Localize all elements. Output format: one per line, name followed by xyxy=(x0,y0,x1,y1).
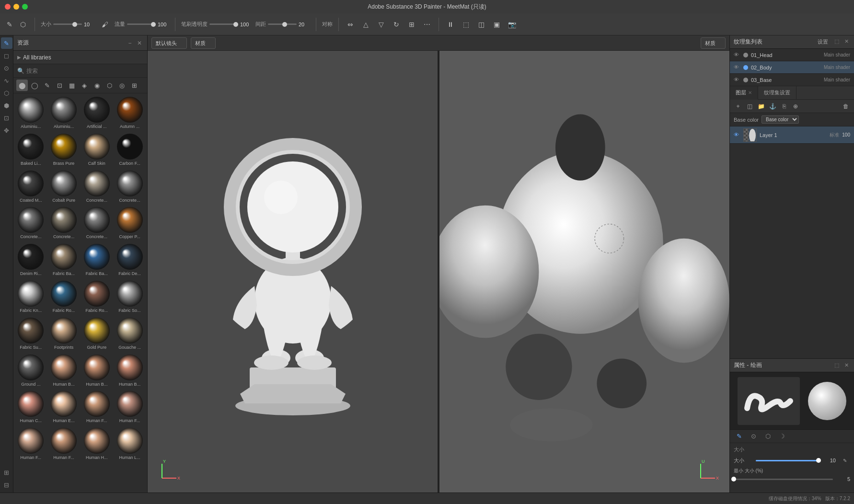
layer-eye-icon[interactable]: 👁 xyxy=(734,132,740,138)
material-item-ground[interactable]: Ground ... xyxy=(15,353,46,388)
material-item-fabric3[interactable]: Fabric De... xyxy=(114,242,145,277)
texture-eye-icon-2[interactable]: 👁 xyxy=(734,77,740,83)
paint-tool-btn[interactable]: ⬡ xyxy=(17,19,29,30)
sidebar-minimize-btn[interactable]: − xyxy=(126,39,134,47)
material-item-coated[interactable]: Coated M... xyxy=(15,169,46,204)
delete-layer-btn[interactable]: 🗑 xyxy=(841,101,851,112)
viewport-left[interactable]: X Y xyxy=(148,51,438,493)
brush-size-prop-slider[interactable] xyxy=(756,460,819,461)
material-item-concrete4[interactable]: Concrete... xyxy=(48,206,80,241)
material-item-fabric[interactable]: Fabric Ba... xyxy=(48,242,80,277)
align-icon-btn[interactable]: △ xyxy=(360,19,371,30)
material-item-fabricknit[interactable]: Fabric Kn... xyxy=(15,279,46,314)
sidebar-close-btn[interactable]: ✕ xyxy=(136,39,143,47)
material-item-metal[interactable]: Aluminiu... xyxy=(15,95,46,130)
props-close-btn[interactable]: ✕ xyxy=(842,362,850,369)
tab-layers-close[interactable]: ✕ xyxy=(748,90,752,95)
brush-size-slider[interactable] xyxy=(53,23,82,25)
texture-item-0[interactable]: 👁01_HeadMain shader xyxy=(730,49,854,61)
eraser-tool[interactable]: ◻ xyxy=(1,50,12,61)
brush-tool-btn[interactable]: ✎ xyxy=(4,19,15,30)
filter-grid-btn[interactable]: ⊞ xyxy=(128,80,140,91)
add-anchor-btn[interactable]: ⚓ xyxy=(767,101,778,112)
material-item-humanh[interactable]: Human H... xyxy=(81,426,113,461)
layer-opacity-value[interactable]: 100 xyxy=(842,132,850,137)
brush-size-edit-btn[interactable]: ✎ xyxy=(840,455,850,466)
duplicate-layer-btn[interactable]: ⎘ xyxy=(779,101,789,112)
material-item-gouache[interactable]: Gouache ... xyxy=(114,316,145,351)
tab-layers[interactable]: 图层 ✕ xyxy=(730,86,758,100)
history-btn[interactable]: ⊟ xyxy=(1,479,12,491)
props-tab-square[interactable]: ⬡ xyxy=(762,431,773,442)
camera-btn[interactable]: 📷 xyxy=(506,19,518,30)
more-icon-btn[interactable]: ⋯ xyxy=(421,19,433,30)
material-item-leaf[interactable]: Autumn ... xyxy=(114,95,145,130)
props-expand-btn[interactable]: ⬚ xyxy=(833,362,841,369)
material-item-humanf3[interactable]: Human F... xyxy=(15,426,46,461)
fill-tool[interactable]: ⬡ xyxy=(1,87,12,99)
filter-smart-btn[interactable]: ◯ xyxy=(29,80,40,91)
material-item-fabricro[interactable]: Fabric Ro... xyxy=(48,279,80,314)
merge-layer-btn[interactable]: ⊕ xyxy=(790,101,801,112)
filter-all-btn[interactable]: ⬤ xyxy=(16,80,28,91)
viewport-right[interactable]: X U xyxy=(439,51,729,493)
add-fill-layer-btn[interactable]: ◫ xyxy=(744,101,755,112)
flip-icon-btn[interactable]: ▽ xyxy=(375,19,387,30)
material-item-skin[interactable]: Calf Skin xyxy=(81,132,113,167)
props-tab-circle[interactable]: ⊙ xyxy=(748,431,759,442)
texture-eye-icon-1[interactable]: 👁 xyxy=(734,64,740,71)
material-item-fabricso[interactable]: Fabric So... xyxy=(114,279,145,314)
material-item-concrete5[interactable]: Concrete... xyxy=(81,206,113,241)
filter-procedural-btn[interactable]: ⬡ xyxy=(104,80,115,91)
settings-label[interactable]: 设置 xyxy=(815,37,831,46)
material-item-dark2[interactable]: Baked Li... xyxy=(15,132,46,167)
flow-slider[interactable] xyxy=(127,23,156,25)
selection-tool[interactable]: ⊡ xyxy=(1,112,12,124)
close-button[interactable] xyxy=(5,4,11,10)
clone-tool[interactable]: ⊙ xyxy=(1,62,12,74)
material-item-brass[interactable]: Brass Pure xyxy=(48,132,80,167)
props-tab-settings[interactable]: ☽ xyxy=(777,431,787,442)
layers-panel-btn[interactable]: ⊞ xyxy=(1,467,12,478)
material-item-fabricsu[interactable]: Fabric Su... xyxy=(15,316,46,351)
material-item-human1[interactable]: Human B... xyxy=(48,353,80,388)
paint-tool[interactable]: ✎ xyxy=(1,37,12,49)
material-item-humane[interactable]: Human E... xyxy=(48,389,80,424)
filter-color-btn[interactable]: ◎ xyxy=(116,80,127,91)
picker-tool[interactable]: ✥ xyxy=(1,125,12,136)
material-item-denim[interactable]: Denim Ri... xyxy=(15,242,46,277)
tool-c-btn[interactable]: ▣ xyxy=(491,19,502,30)
filter-particle-btn[interactable]: ⊡ xyxy=(54,80,65,91)
brush-icon-btn[interactable]: 🖌 xyxy=(99,19,111,30)
base-color-select[interactable]: Base color xyxy=(762,115,799,124)
brush-min-size-slider[interactable] xyxy=(734,479,833,480)
tab-texture-settings[interactable]: 纹理集设置 xyxy=(758,86,796,100)
add-paint-layer-btn[interactable]: + xyxy=(733,101,743,112)
material-item-concrete2[interactable]: Concrete... xyxy=(114,169,145,204)
material-item-concrete[interactable]: Concrete... xyxy=(81,169,113,204)
texture-item-1[interactable]: 👁02_BodyMain shader xyxy=(730,61,854,74)
camera-select[interactable]: 默认镜头 xyxy=(151,37,187,49)
props-tab-brush[interactable]: ✎ xyxy=(734,431,744,442)
material-item-humanf4[interactable]: Human F... xyxy=(48,426,80,461)
material-item-fabric2[interactable]: Fabric Ba... xyxy=(81,242,113,277)
maximize-button[interactable] xyxy=(22,4,28,10)
layer-blend-mode[interactable]: 标准 xyxy=(830,132,839,138)
tool-b-btn[interactable]: ◫ xyxy=(475,19,487,30)
material-item-copper[interactable]: Copper P... xyxy=(114,206,145,241)
filter-brush-btn[interactable]: ✎ xyxy=(41,80,53,91)
material-item-carbon[interactable]: Carbon F... xyxy=(114,132,145,167)
filter-texture-btn[interactable]: ▦ xyxy=(66,80,78,91)
texture-item-2[interactable]: 👁03_BaseMain shader xyxy=(730,74,854,86)
layer-item[interactable]: 👁 Layer 1 标准 100 xyxy=(730,126,854,144)
search-input[interactable] xyxy=(26,68,143,74)
texture-set-expand-btn[interactable]: ⬚ xyxy=(833,37,841,45)
material-item-human2[interactable]: Human B... xyxy=(81,353,113,388)
smudge-tool[interactable]: ∿ xyxy=(1,75,12,86)
material-item-humanf[interactable]: Human F... xyxy=(81,389,113,424)
material-item-concrete3[interactable]: Concrete... xyxy=(15,206,46,241)
material-item-humanc[interactable]: Human C... xyxy=(15,389,46,424)
material-item-humanf2[interactable]: Human F... xyxy=(114,389,145,424)
rotate-icon-btn[interactable]: ↻ xyxy=(391,19,402,30)
spacing-slider[interactable] xyxy=(268,23,297,25)
